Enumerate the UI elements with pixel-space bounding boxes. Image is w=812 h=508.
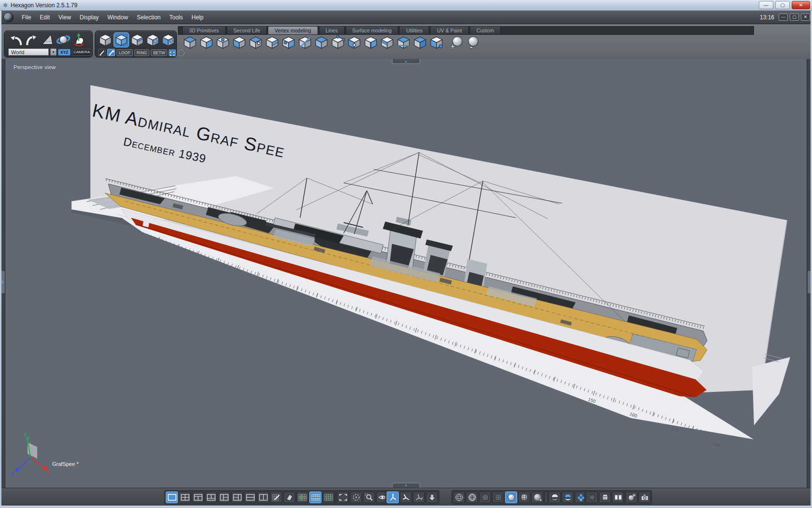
triangle-tool[interactable] (40, 32, 55, 47)
hemisphere-blue[interactable] (562, 492, 574, 503)
shading-wireframe[interactable] (453, 492, 465, 503)
menu-view[interactable]: View (54, 12, 75, 23)
window-minimize-button[interactable]: — (759, 1, 773, 9)
zoom-region-icon[interactable] (363, 492, 375, 503)
xyz-toggle[interactable]: XYZ (58, 49, 71, 56)
tab-utilities[interactable]: Utilities (399, 26, 429, 34)
mesh-blob-icon[interactable] (586, 492, 598, 503)
tab-vertex-modeling[interactable]: Vertex modeling (268, 26, 318, 34)
redo-button[interactable] (24, 32, 39, 47)
left-splitter-handle[interactable] (1, 271, 5, 293)
modeling-tool-8[interactable] (298, 35, 312, 50)
modeling-tool-3[interactable] (216, 35, 230, 50)
document-close-button[interactable]: ✕ (801, 14, 810, 21)
camera-icon[interactable] (638, 492, 651, 503)
modeling-tool-4[interactable] (232, 35, 246, 50)
modeling-tool-13[interactable] (380, 35, 394, 50)
tab-surface-modeling[interactable]: Surface modeling (346, 26, 399, 34)
menu-file[interactable]: File (17, 12, 35, 23)
window-titlebar[interactable]: ✻ Hexagon Version 2.5.1.79 — ▢ ✕ (0, 0, 812, 11)
undo-button[interactable] (8, 32, 23, 47)
shading-smooth-selected[interactable] (505, 492, 517, 503)
shading-smooth[interactable] (531, 492, 543, 503)
render-icon[interactable]: ✳ (625, 492, 638, 503)
menu-selection[interactable]: Selection (132, 12, 165, 23)
grid-axes-icon-3[interactable] (322, 492, 334, 503)
menu-help[interactable]: Help (187, 12, 208, 23)
collapse-handle-top[interactable]: ▲ (392, 59, 420, 64)
loop-button[interactable]: LOOP (116, 49, 133, 56)
layout-four-views[interactable] (179, 492, 191, 503)
lasso-select-icon[interactable] (177, 49, 185, 56)
dynamic-geometry-tool[interactable] (72, 32, 87, 47)
layout-two-columns[interactable] (257, 492, 269, 503)
prism-icon[interactable] (283, 492, 295, 503)
ring-button[interactable]: RING (134, 49, 149, 56)
layout-two-rows[interactable] (244, 492, 256, 503)
menu-window[interactable]: Window (103, 12, 132, 23)
remove-points-tool[interactable]: - (466, 35, 480, 50)
expand-view-icon[interactable] (337, 492, 349, 503)
modeling-tool-9[interactable] (314, 35, 329, 50)
shading-smooth-wire[interactable] (518, 492, 530, 503)
window-close-button[interactable]: ✕ (792, 1, 810, 9)
camera-toggle[interactable]: CAMERA (72, 49, 91, 56)
cylinder-icon[interactable] (599, 492, 611, 503)
shading-wire-dense[interactable] (466, 492, 478, 503)
grid-draw-icon[interactable] (270, 492, 282, 503)
manipulator-xyz[interactable] (387, 492, 399, 503)
scene-3d[interactable]: KM Admiral Graf Spee December 1939 (5, 59, 807, 488)
layout-single-view[interactable] (166, 492, 178, 503)
layout-three-right[interactable] (218, 492, 230, 503)
grid-axes-icon-1[interactable] (296, 492, 308, 503)
selection-mode-points[interactable] (98, 33, 113, 47)
selection-mode-faces[interactable] (130, 33, 145, 47)
modeling-tool-1[interactable] (183, 35, 197, 50)
modeling-tool-16[interactable] (429, 35, 444, 50)
layout-three-top[interactable] (205, 492, 217, 503)
selection-mode-objects[interactable] (145, 33, 160, 47)
grid-axes-icon-2[interactable] (309, 492, 321, 503)
document-maximize-button[interactable]: ▢ (790, 14, 799, 21)
coordinate-space-select[interactable]: World (8, 48, 49, 56)
drop-tool-icon[interactable] (426, 492, 438, 503)
tab-lines[interactable]: Lines (319, 26, 345, 34)
layout-three-bottom[interactable] (192, 492, 204, 503)
tab-custom[interactable]: Custom (470, 26, 501, 34)
modeling-tool-10[interactable] (331, 35, 345, 50)
pen-select-tool[interactable] (98, 49, 106, 56)
tab-uv-paint[interactable]: UV & Paint (430, 26, 468, 34)
menu-display[interactable]: Display (75, 12, 103, 23)
window-maximize-button[interactable]: ▢ (775, 1, 790, 9)
modeling-tool-15[interactable] (413, 35, 427, 50)
modeling-tool-2[interactable] (199, 35, 214, 50)
hemisphere-gray[interactable] (549, 492, 561, 503)
document-minimize-button[interactable]: — (779, 14, 788, 21)
panels-icon[interactable] (612, 492, 624, 503)
modeling-tool-7[interactable] (281, 35, 296, 50)
menu-tools[interactable]: Tools (165, 12, 187, 23)
manipulator-alt[interactable] (400, 492, 412, 503)
orbit-view-icon[interactable] (350, 492, 362, 503)
shading-flat-wire[interactable] (492, 492, 504, 503)
shading-flat[interactable] (479, 492, 491, 503)
selection-mode-edges[interactable] (114, 32, 129, 47)
collapse-handle-bottom[interactable]: ▼ (392, 483, 420, 488)
manipulator-bent[interactable] (413, 492, 425, 503)
tab-second-life[interactable]: Second Life (227, 26, 267, 34)
modeling-tool-6[interactable] (265, 35, 279, 50)
perspective-viewport[interactable]: KM Admiral Graf Spee December 1939 (5, 59, 807, 488)
modeling-tool-14[interactable] (396, 35, 411, 50)
selection-mode-soft[interactable] (161, 33, 175, 47)
add-points-tool[interactable]: + (450, 35, 464, 50)
between-button[interactable]: BETW (151, 49, 168, 56)
coordinate-space-arrow[interactable]: ▼ (50, 48, 57, 56)
layout-three-left[interactable] (231, 492, 243, 503)
paint-select-tool[interactable] (107, 49, 115, 56)
modeling-tool-12[interactable] (363, 35, 378, 50)
modeling-tool-11[interactable] (347, 35, 362, 50)
modeling-tool-5[interactable] (248, 35, 263, 50)
tab-3d-primitives[interactable]: 3D Primitives (182, 26, 226, 34)
menu-edit[interactable]: Edit (35, 12, 54, 23)
marquee-select-icon[interactable] (169, 49, 176, 56)
